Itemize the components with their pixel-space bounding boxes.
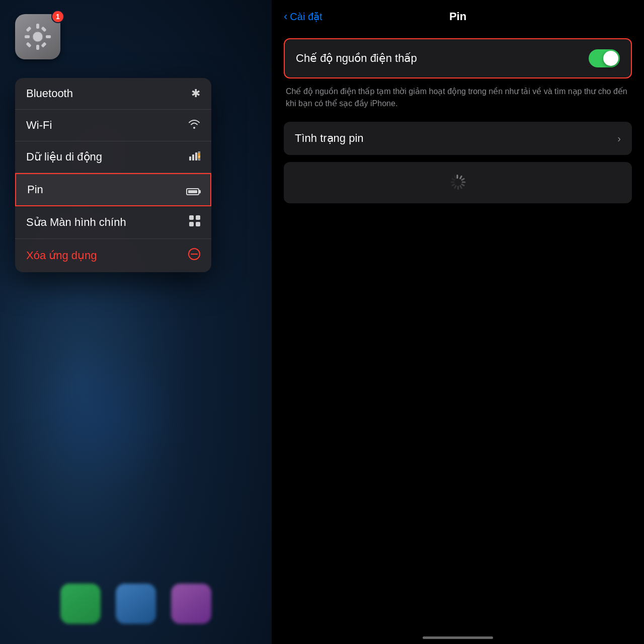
delete-app-label: Xóa ứng dụng (26, 249, 97, 262)
svg-rect-5 (26, 26, 31, 32)
wifi-icon (188, 119, 200, 132)
loading-spinner (450, 175, 465, 190)
cellular-label: Dữ liệu di động (26, 150, 102, 164)
svg-rect-17 (196, 222, 200, 226)
menu-item-cellular[interactable]: Dữ liệu di động 📶 (15, 141, 211, 173)
edit-home-label: Sửa Màn hình chính (26, 216, 126, 229)
svg-rect-8 (41, 26, 46, 32)
svg-rect-14 (189, 215, 194, 220)
svg-rect-2 (36, 45, 39, 50)
context-menu: Bluetooth ✱ Wi-Fi Dữ liệu di động (15, 78, 211, 272)
svg-rect-1 (36, 24, 39, 29)
right-panel: ‹ Cài đặt Pin Chế độ nguồn điện thấp Chế… (272, 0, 644, 644)
home-indicator (272, 624, 644, 644)
home-bar (423, 636, 493, 639)
lpm-label: Chế độ nguồn điện thấp (296, 52, 417, 65)
svg-text:📶: 📶 (197, 152, 200, 159)
dock (0, 584, 272, 624)
svg-rect-15 (196, 215, 200, 220)
menu-item-delete-app[interactable]: Xóa ứng dụng (15, 239, 211, 272)
svg-rect-7 (26, 42, 31, 47)
cellular-icon: 📶 (189, 150, 200, 164)
chevron-right-icon: › (617, 133, 621, 144)
battery-status-label: Tình trạng pin (295, 132, 364, 145)
bluetooth-label: Bluetooth (26, 87, 73, 100)
battery-icon (186, 183, 199, 196)
svg-rect-4 (46, 35, 51, 38)
loading-row (284, 162, 632, 203)
svg-rect-10 (192, 154, 194, 160)
app-icon-wrapper: 1 (15, 14, 60, 59)
dock-music-icon[interactable] (171, 584, 211, 624)
left-panel: 1 Bluetooth ✱ Wi-Fi Dữ liệu di động (0, 0, 272, 644)
battery-status-row[interactable]: Tình trạng pin › (284, 122, 632, 155)
dock-safari-icon[interactable] (116, 584, 156, 624)
menu-item-edit-home[interactable]: Sửa Màn hình chính (15, 206, 211, 239)
wifi-label: Wi-Fi (26, 119, 52, 132)
back-label: Cài đặt (290, 11, 322, 23)
page-title: Pin (449, 10, 466, 23)
lpm-toggle[interactable] (589, 49, 620, 67)
svg-rect-6 (41, 42, 46, 47)
menu-item-pin[interactable]: Pin (15, 173, 211, 206)
back-button[interactable]: ‹ Cài đặt (284, 10, 323, 23)
lpm-row[interactable]: Chế độ nguồn điện thấp (284, 38, 632, 78)
notification-badge: 1 (51, 10, 64, 23)
bluetooth-icon: ✱ (191, 87, 200, 100)
svg-point-0 (33, 32, 43, 42)
svg-rect-9 (189, 156, 191, 160)
toggle-knob (603, 51, 618, 66)
svg-rect-16 (189, 222, 194, 226)
bg-blur-2 (25, 342, 176, 493)
settings-app-icon[interactable]: 1 (15, 14, 60, 59)
grid-icon (189, 215, 200, 229)
content-area: Chế độ nguồn điện thấp Chế độ nguồn điện… (272, 28, 644, 624)
pin-label: Pin (27, 183, 43, 196)
nav-bar: ‹ Cài đặt Pin (272, 0, 644, 28)
lpm-description: Chế độ nguồn điện thấp tạm thời giảm hoạ… (284, 86, 632, 110)
menu-item-wifi[interactable]: Wi-Fi (15, 110, 211, 141)
menu-item-bluetooth[interactable]: Bluetooth ✱ (15, 78, 211, 110)
dock-phone-icon[interactable] (60, 584, 101, 624)
svg-rect-3 (25, 35, 30, 38)
minus-circle-icon (188, 248, 200, 263)
back-chevron-icon: ‹ (284, 10, 287, 23)
